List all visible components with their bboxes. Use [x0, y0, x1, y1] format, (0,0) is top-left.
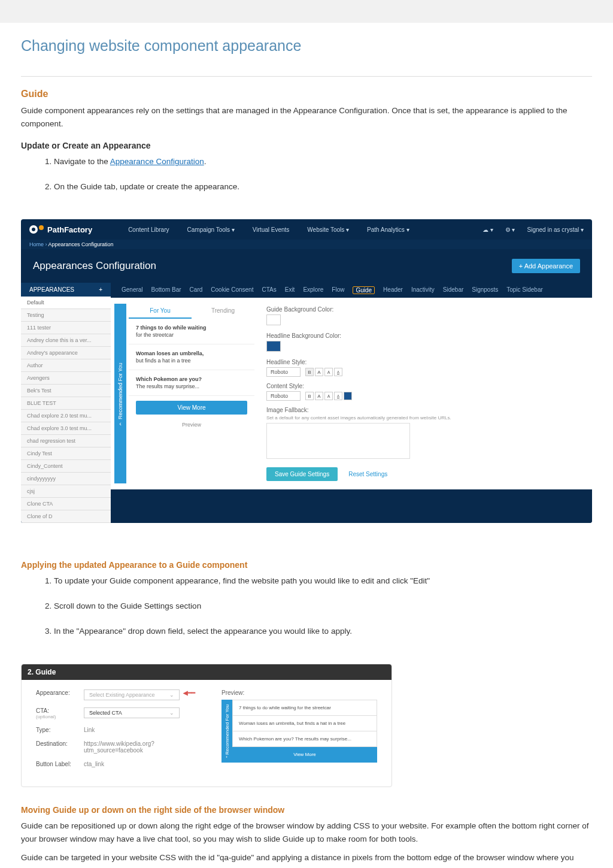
sidebar-item[interactable]: Chad explore 3.0 test mu... [21, 422, 111, 435]
appearance-select[interactable]: Select Existing Appearance⌄ [84, 689, 180, 700]
applying-heading: Applying the updated Appearance to a Gui… [21, 560, 592, 570]
nav-campaign-tools[interactable]: Campaign Tools ▾ [187, 226, 235, 233]
sidebar-item[interactable]: Clone CTA [21, 498, 111, 510]
rec-side-label: ‹ Recommended For You [114, 304, 126, 483]
reset-settings-button[interactable]: Reset Settings [348, 471, 387, 477]
preview-button[interactable]: Preview [129, 419, 254, 430]
gear-icon[interactable]: ⚙ ▾ [505, 226, 515, 233]
sidebar-item[interactable]: Avengers [21, 372, 111, 385]
type-value: Link [84, 727, 204, 733]
guide-panel-header: 2. Guide [22, 664, 392, 680]
sidebar-item[interactable]: Andrey clone this is a ver... [21, 334, 111, 347]
config-tab[interactable]: Bottom Bar [151, 286, 181, 294]
config-tab[interactable]: CTAs [262, 286, 276, 294]
sidebar-item[interactable]: Andrey's appearance [21, 347, 111, 359]
cta-select[interactable]: Selected CTA⌄ [84, 707, 180, 718]
add-appearance-button[interactable]: + Add Appearance [512, 259, 580, 273]
sidebar-item[interactable]: Cindy Test [21, 447, 111, 460]
config-tab[interactable]: General [122, 286, 143, 294]
nav-website-tools[interactable]: Website Tools ▾ [307, 226, 349, 233]
nav-path-analytics[interactable]: Path Analytics ▾ [367, 226, 409, 233]
sidebar-item[interactable]: Cindy_Content [21, 460, 111, 473]
update-step-1: Navigate to the Appearance Configuration… [54, 155, 592, 168]
guide-intro: Guide component appearances rely on the … [21, 104, 592, 130]
sidebar-item[interactable]: cjsj [21, 485, 111, 498]
divider [21, 76, 592, 77]
top-nav: Content Library Campaign Tools ▾ Virtual… [128, 226, 409, 233]
config-tab[interactable]: Flow [332, 286, 344, 294]
view-more-button[interactable]: View More [136, 401, 247, 415]
update-heading: Update or Create an Appearance [21, 141, 592, 150]
sidebar-item[interactable]: Chad explore 2.0 test mu... [21, 410, 111, 422]
config-tab[interactable]: Signposts [472, 286, 498, 294]
content-font-select[interactable]: Roboto [266, 391, 301, 401]
sidebar-item[interactable]: BLUE TEST [21, 397, 111, 410]
preview-item-2: Woman loses an umbrella, but finds a hat… [232, 716, 377, 731]
rec-panel: ‹ Recommended For You For You Trending 7… [111, 298, 254, 489]
fallback-upload[interactable] [266, 423, 410, 459]
config-tabs: GeneralBottom BarCardCookie ConsentCTAsE… [111, 283, 592, 298]
type-label: Type: [36, 727, 84, 733]
appearance-label: Appearance: [36, 689, 84, 696]
breadcrumb: Home › Appearances Configuration [21, 240, 592, 249]
bg-color-picker[interactable] [266, 314, 281, 325]
content-style-icons[interactable]: BAAA [305, 392, 352, 400]
moving-heading: Moving Guide up or down on the right sid… [21, 805, 592, 815]
applying-step-1: To update your Guide component appearanc… [54, 574, 592, 588]
config-tab[interactable]: Topic Sidebar [506, 286, 543, 294]
rec-tab-foryou[interactable]: For You [129, 304, 192, 319]
sidebar-item[interactable]: Testing [21, 309, 111, 322]
guide-settings-screenshot: 2. Guide Appearance: Select Existing App… [21, 664, 392, 787]
headline-font-select[interactable]: Roboto [266, 367, 301, 377]
rec-item-2: Woman loses an umbrella,but finds a hat … [129, 344, 254, 370]
pathfactory-logo: PathFactory [29, 225, 92, 234]
config-tab[interactable]: Sidebar [443, 286, 463, 294]
config-tab[interactable]: Cookie Consent [211, 286, 253, 294]
sidebar-item[interactable]: chad regression test [21, 435, 111, 447]
dest-value: https://www.wikipedia.org?utm_source=fac… [84, 740, 204, 754]
btn-label-value: cta_link [84, 761, 204, 767]
headline-style-label: Headline Style: [266, 359, 580, 365]
fallback-hint: Set a default for any content asset imag… [266, 415, 580, 421]
appearance-config-link[interactable]: Appearance Configuration [110, 157, 204, 166]
rec-item-3: Which Pokemon are you?The results may su… [129, 370, 254, 396]
guide-heading: Guide [21, 89, 592, 99]
content-style-label: Content Style: [266, 383, 580, 389]
sidebar-appearances-tab[interactable]: APPEARANCES+ [21, 283, 111, 297]
rec-tab-trending[interactable]: Trending [192, 304, 254, 319]
preview-label: Preview: [221, 689, 377, 696]
config-tab[interactable]: Inactivity [411, 286, 435, 294]
page-title: Changing website component appearance [21, 37, 592, 62]
preview-view-more-button[interactable]: View More [232, 747, 377, 763]
fallback-label: Image Fallback: [266, 407, 580, 413]
config-tab[interactable]: Explore [303, 286, 323, 294]
nav-virtual-events[interactable]: Virtual Events [253, 226, 290, 233]
chevron-icon: ‹ [119, 420, 122, 427]
moving-p2: Guide can be targeted in your website CS… [21, 851, 592, 868]
btn-label-label: Button Label: [36, 761, 84, 767]
sidebar-plus-icon[interactable]: + [99, 286, 102, 293]
sidebar-item[interactable]: 111 tester [21, 322, 111, 334]
cta-label: CTA:(optional) [36, 707, 84, 719]
config-tab[interactable]: Header [383, 286, 403, 294]
config-tab[interactable]: Exit [285, 286, 295, 294]
sidebar-item[interactable]: Clone of D [21, 510, 111, 523]
save-guide-button[interactable]: Save Guide Settings [266, 467, 338, 481]
cloud-icon[interactable]: ☁ ▾ [482, 226, 493, 233]
headline-bg-picker[interactable] [266, 341, 281, 352]
sidebar-item[interactable]: Default [21, 297, 111, 309]
update-step-2: On the Guide tab, update or create the a… [54, 180, 592, 193]
dest-label: Destination: [36, 740, 84, 747]
applying-step-2: Scroll down to the Guide Settings sectio… [54, 600, 592, 613]
signed-in-menu[interactable]: Signed in as crystal ▾ [527, 226, 584, 233]
headline-style-icons[interactable]: BAAA [305, 368, 342, 376]
config-tab[interactable]: Card [190, 286, 203, 294]
sidebar-item[interactable]: Author [21, 359, 111, 372]
nav-content-library[interactable]: Content Library [128, 226, 169, 233]
chevron-down-icon: ⌄ [169, 692, 174, 698]
sidebar-item[interactable]: Bek's Test [21, 385, 111, 397]
config-header: Appearances Configuration [33, 260, 156, 272]
config-tab[interactable]: Guide [353, 286, 375, 294]
headline-bg-label: Headline Background Color: [266, 332, 580, 339]
sidebar-item[interactable]: cindyyyyyyy [21, 473, 111, 485]
